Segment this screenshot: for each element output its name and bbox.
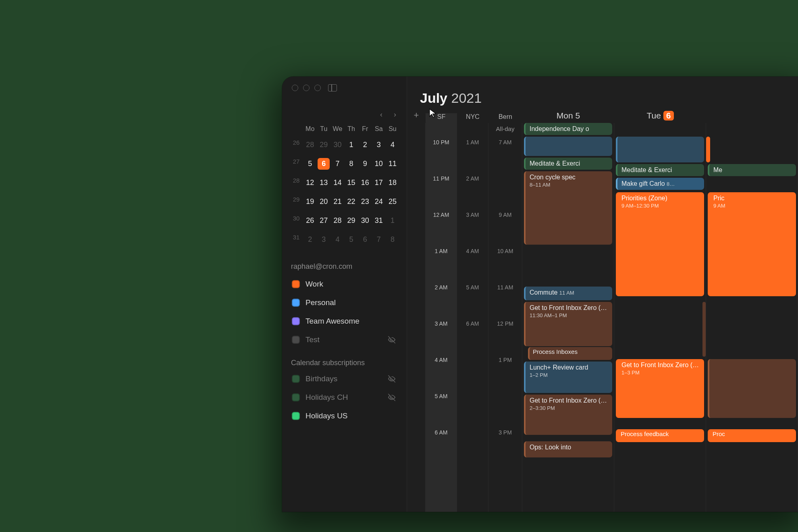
eye-off-icon[interactable] [387, 374, 396, 383]
calendar-item[interactable]: Team Awesome [290, 314, 399, 329]
calendar-item[interactable]: Work [290, 276, 399, 292]
event-block[interactable]: Get to Front Inbox Zero (1/3)11:30 AM–1 … [524, 302, 612, 346]
minical-day[interactable]: 5 [303, 158, 317, 170]
minical-day[interactable]: 13 [317, 177, 330, 189]
account-email[interactable]: raphael@cron.com [289, 251, 399, 276]
day-column-wed[interactable]: MePric9 AMProc [706, 123, 798, 512]
time-slot-label: 10 PM [426, 137, 457, 173]
minical-day[interactable]: 21 [330, 196, 344, 208]
minical-dow: . Mo Tu We Th Fr Sa Su [289, 122, 399, 136]
eye-off-icon[interactable] [387, 393, 396, 402]
traffic-max-icon[interactable] [314, 85, 321, 91]
event-block[interactable]: Process Inboxes [528, 347, 612, 360]
event-block[interactable]: Get to Front Inbox Zero (2/3)2–3:30 PM [524, 395, 612, 435]
event-block[interactable]: Make gift Carlo 8… [616, 178, 704, 190]
day-column-tue[interactable]: Meditate & ExerciMake gift Carlo 8…Prior… [614, 123, 706, 512]
minical-day[interactable]: 24 [372, 196, 386, 208]
event-block[interactable]: Independence Day o [524, 123, 612, 135]
minical-day[interactable]: 31 [372, 215, 386, 227]
minical-day[interactable]: 19 [303, 196, 317, 208]
minical-day[interactable]: 8 [386, 234, 399, 245]
minical-day[interactable]: 18 [386, 177, 399, 189]
event-block[interactable] [524, 137, 612, 156]
calendar-item[interactable]: Holidays US [290, 408, 399, 424]
add-timezone-button[interactable]: + [407, 110, 426, 123]
eye-off-icon[interactable] [387, 335, 396, 344]
minical-day[interactable]: 28 [303, 139, 317, 151]
minical-day[interactable]: 7 [372, 234, 386, 245]
minical-day[interactable]: 1 [386, 215, 399, 227]
event-block[interactable]: Cron cycle spec8–11 AM [524, 171, 612, 245]
time-slot-label: 3 AM [426, 318, 457, 354]
tz-label-bern[interactable]: Bern [488, 113, 522, 123]
minical-prev-icon[interactable]: ‹ [380, 110, 382, 119]
minical-day[interactable]: 17 [372, 177, 386, 189]
minical-day[interactable]: 4 [330, 234, 344, 245]
calendar-item[interactable]: Holidays CH [290, 390, 399, 405]
minical-day[interactable]: 26 [303, 215, 317, 227]
calendar-item[interactable]: Personal [290, 295, 399, 310]
tz-label-sf[interactable]: SF [426, 113, 457, 123]
event-block[interactable]: Commute 11 AM [524, 287, 612, 300]
minical-day[interactable]: 6 [358, 234, 372, 245]
minical-day[interactable]: 2 [358, 139, 372, 151]
day-header-tue[interactable]: Tue6 [614, 111, 706, 123]
minical-day[interactable]: 16 [358, 177, 372, 189]
minical-day[interactable]: 29 [345, 215, 358, 227]
minical-day[interactable]: 22 [345, 196, 358, 208]
minical-day[interactable]: 9 [358, 158, 372, 170]
minical-day[interactable]: 14 [330, 177, 344, 189]
minical-next-icon[interactable]: › [394, 110, 396, 119]
minical-day[interactable]: 23 [358, 196, 372, 208]
minical-day[interactable]: 25 [386, 196, 399, 208]
traffic-min-icon[interactable] [303, 85, 310, 91]
minical-day[interactable]: 1 [345, 139, 358, 151]
event-block[interactable]: Priorities (Zone)9 AM–12:30 PM [616, 192, 704, 296]
minical-day[interactable]: 8 [345, 158, 358, 170]
minical-day[interactable]: 30 [358, 215, 372, 227]
event-block[interactable]: Proc [708, 429, 796, 442]
calendar-item[interactable]: Birthdays [290, 371, 399, 387]
day-header-mon[interactable]: Mon 5 [522, 111, 614, 123]
event-block[interactable]: Process feedback [616, 429, 704, 442]
event-block[interactable]: Pric9 AM [708, 192, 796, 296]
time-slot-label: 6 AM [426, 427, 457, 463]
minical-day[interactable]: 11 [386, 158, 399, 170]
minical-day[interactable]: 28 [330, 215, 344, 227]
minical-day[interactable]: 12 [303, 177, 317, 189]
traffic-close-icon[interactable] [292, 85, 298, 91]
minical-day[interactable]: 5 [345, 234, 358, 245]
sidebar-toggle-icon[interactable] [328, 84, 337, 91]
event-block[interactable]: Lunch+ Review card1–2 PM [524, 362, 612, 393]
minical-day[interactable]: 3 [372, 139, 386, 151]
minical-day[interactable]: 2 [303, 234, 317, 245]
minical-day[interactable]: 3 [317, 234, 330, 245]
minical-day[interactable]: 30 [330, 139, 344, 151]
minical-day[interactable]: 27 [317, 215, 330, 227]
main-panel: July 2021 + SF NYC Bern Mon 5 Tue6 10 PM… [407, 77, 798, 512]
minical-day[interactable]: 10 [372, 158, 386, 170]
event-block[interactable] [708, 359, 796, 418]
event-block[interactable] [702, 302, 706, 357]
day-column-mon[interactable]: Independence Day oMeditate & ExerciCron … [522, 123, 614, 512]
schedule-grid[interactable]: 10 PM11 PM12 AM1 AM2 AM3 AM4 AM5 AM6 AM … [407, 123, 798, 512]
event-block[interactable] [616, 137, 704, 162]
minical-day[interactable]: 20 [317, 196, 330, 208]
event-block[interactable]: Meditate & Exerci [616, 164, 704, 176]
time-slot-label: 2 AM [457, 173, 488, 209]
event-block[interactable] [706, 137, 710, 162]
minical-day[interactable]: 4 [386, 139, 399, 151]
minical-day[interactable]: 29 [317, 139, 330, 151]
event-block[interactable]: Get to Front Inbox Zero (2/3)1–3 PM [616, 359, 704, 418]
minical-day[interactable]: 7 [330, 158, 344, 170]
event-block[interactable]: Me [708, 164, 796, 176]
event-block[interactable]: Meditate & Exerci [524, 158, 612, 170]
tz-label-nyc[interactable]: NYC [457, 113, 488, 123]
sidebar: ‹ › . Mo Tu We Th Fr Sa Su 2628293012342… [282, 77, 407, 512]
minical-day[interactable]: 15 [345, 177, 358, 189]
event-block[interactable]: Ops: Look into [524, 441, 612, 457]
calendar-item[interactable]: Test [290, 332, 399, 347]
event-title: Me [713, 166, 722, 173]
minical-grid[interactable]: 2628293012342756789101128121314151617182… [289, 136, 399, 251]
minical-day[interactable]: 6 [318, 158, 330, 170]
